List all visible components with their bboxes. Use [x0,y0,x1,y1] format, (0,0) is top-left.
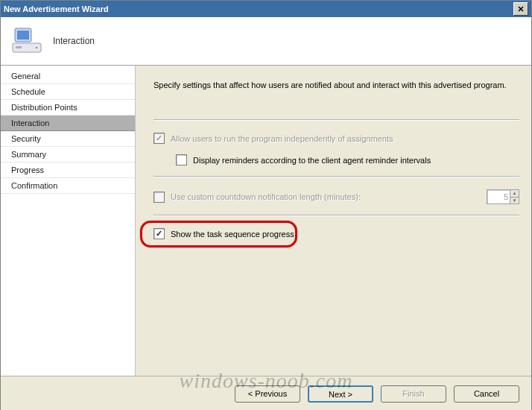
svg-point-4 [36,47,37,48]
spinner-arrows: ▲ ▼ [510,190,519,204]
option-custom-countdown: Use custom countdown notification length… [153,189,519,204]
sidebar-item-confirmation[interactable]: Confirmation [1,178,135,194]
wizard-body: GeneralScheduleDistribution PointsIntera… [1,66,531,376]
wizard-footer: < Previous Next > Finish Cancel [1,376,531,410]
sidebar-item-progress[interactable]: Progress [1,163,135,178]
option-show-progress[interactable]: Show the task sequence progress [153,228,519,239]
divider [153,215,519,216]
sidebar-item-security[interactable]: Security [1,131,135,147]
wizard-header: Interaction [1,17,531,66]
cancel-button[interactable]: Cancel [454,385,519,403]
divider [153,119,519,121]
checkbox-custom-countdown [153,192,165,203]
svg-rect-1 [17,31,29,40]
sidebar: GeneralScheduleDistribution PointsIntera… [1,66,136,376]
wizard-window: New Advertisement Wizard Interaction Gen… [0,0,532,410]
page-title: Interaction [53,36,95,46]
sidebar-item-interaction[interactable]: Interaction [1,116,135,131]
spinner-down-icon: ▼ [510,198,519,204]
label-allow-independent: Allow users to run the program independe… [171,134,393,143]
window-title: New Advertisement Wizard [4,4,109,13]
intro-text: Specify settings that affect how users a… [153,81,519,89]
svg-rect-3 [16,46,22,48]
divider [153,176,519,177]
label-custom-countdown: Use custom countdown notification length… [171,192,361,201]
sidebar-item-schedule[interactable]: Schedule [1,84,135,100]
countdown-input [487,190,510,204]
countdown-spinner: ▲ ▼ [487,189,519,204]
sidebar-item-distribution-points[interactable]: Distribution Points [1,100,135,116]
label-show-progress: Show the task sequence progress [171,230,294,239]
checkbox-allow-independent [153,133,165,144]
option-allow-independent: Allow users to run the program independe… [153,133,519,144]
close-button[interactable] [513,2,528,16]
previous-button[interactable]: < Previous [235,385,300,403]
label-display-reminders: Display reminders according to the clien… [193,156,431,165]
close-icon [518,6,524,12]
checkbox-show-progress[interactable] [153,228,165,239]
spinner-up-icon: ▲ [510,190,519,198]
sidebar-item-summary[interactable]: Summary [1,147,135,163]
sidebar-item-general[interactable]: General [1,69,135,84]
finish-button: Finish [381,385,446,403]
computer-icon [11,25,42,57]
content-panel: Specify settings that affect how users a… [136,66,531,376]
option-display-reminders[interactable]: Display reminders according to the clien… [153,154,519,165]
checkbox-display-reminders[interactable] [176,154,187,165]
title-bar: New Advertisement Wizard [1,1,531,17]
next-button[interactable]: Next > [308,385,373,403]
